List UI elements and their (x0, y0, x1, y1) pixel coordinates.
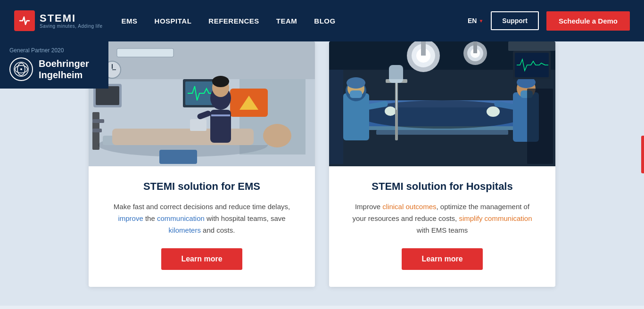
svg-rect-43 (473, 41, 477, 53)
logo-subtitle: Saving minutes, Adding life (40, 24, 103, 29)
svg-rect-30 (92, 129, 102, 132)
hospital-simplify: simplify communication (459, 214, 532, 222)
hospital-card: STEMI solution for Hospitals Improve cli… (329, 41, 555, 287)
ems-card: STEMI solution for EMS Make fast and cor… (89, 41, 315, 287)
lang-label: EN (468, 17, 477, 24)
svg-rect-52 (350, 90, 362, 98)
ems-card-body: STEMI solution for EMS Make fast and cor… (89, 166, 315, 287)
nav-link-team[interactable]: TEAM (276, 17, 297, 25)
language-selector[interactable]: EN ▼ (468, 17, 483, 24)
svg-rect-29 (92, 119, 104, 123)
svg-rect-18 (112, 129, 254, 145)
logo-icon (14, 10, 35, 31)
svg-point-53 (347, 77, 365, 89)
partner-name-line1: Boehringer (39, 58, 89, 69)
nav-link-hospital[interactable]: HOSPITAL (155, 17, 192, 25)
ems-card-title: STEMI solution for EMS (107, 180, 296, 193)
svg-rect-67 (389, 65, 403, 83)
hospital-card-title: STEMI solution for Hospitals (348, 180, 537, 193)
hospital-learn-more-button[interactable]: Learn more (402, 248, 482, 270)
svg-rect-69 (329, 70, 343, 164)
svg-point-23 (212, 76, 229, 87)
logo-title: STEMI (40, 13, 103, 24)
ems-learn-more-button[interactable]: Learn more (161, 248, 242, 270)
hospital-card-desc: Improve clinical outcomes, optimize the … (348, 201, 537, 236)
boehringer-logo-icon (9, 57, 33, 81)
logo-text: STEMI Saving minutes, Adding life (40, 13, 103, 29)
svg-point-3 (20, 68, 22, 70)
nav-link-references[interactable]: REFERENCES (208, 17, 259, 25)
svg-rect-39 (421, 41, 426, 56)
ems-communication: communication (157, 214, 205, 222)
svg-rect-11 (96, 86, 119, 105)
svg-point-55 (385, 106, 396, 116)
partner-year: General Partner 2020 (9, 47, 99, 54)
svg-rect-8 (117, 49, 173, 57)
hospital-card-body: STEMI solution for Hospitals Improve cli… (329, 166, 555, 287)
svg-point-19 (263, 124, 291, 147)
svg-rect-27 (159, 150, 197, 164)
ems-card-desc: Make fast and correct decisions and redu… (107, 201, 296, 236)
svg-rect-70 (508, 41, 555, 51)
hospital-clinical: clinical outcomes (382, 203, 436, 211)
partner-name: Boehringer Ingelheim (39, 58, 89, 81)
nav-right: EN ▼ Support Schedule a Demo (468, 11, 630, 31)
svg-rect-24 (211, 114, 230, 116)
ems-kilometers: kilometers (169, 226, 201, 234)
partner-name-line2: Ingelheim (39, 69, 89, 81)
logo[interactable]: STEMI Saving minutes, Adding life (14, 10, 103, 31)
scroll-indicator (641, 136, 644, 173)
partner-badge: General Partner 2020 Boehringer Ingelhei… (0, 41, 108, 89)
ems-improve: improve (118, 214, 143, 222)
lang-arrow-icon: ▼ (479, 18, 483, 24)
schedule-demo-button[interactable]: Schedule a Demo (546, 11, 630, 31)
svg-rect-7 (89, 41, 315, 79)
nav-link-blog[interactable]: BLOG (314, 17, 335, 25)
navbar: STEMI Saving minutes, Adding life EMS HO… (0, 0, 644, 41)
svg-rect-64 (527, 89, 553, 164)
hospital-card-image (329, 41, 555, 166)
partner-logo-row: Boehringer Ingelheim (9, 57, 99, 81)
ems-card-image (89, 41, 315, 166)
svg-point-61 (487, 106, 500, 117)
svg-rect-26 (190, 119, 206, 131)
support-button[interactable]: Support (491, 11, 539, 30)
nav-links: EMS HOSPITAL REFERENCES TEAM BLOG (122, 17, 468, 25)
nav-link-ems[interactable]: EMS (122, 17, 138, 25)
